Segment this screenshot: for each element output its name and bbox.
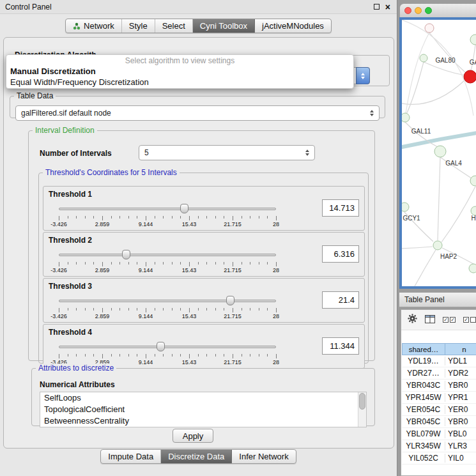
table-data-select[interactable]: galFiltered.sif default node	[15, 105, 380, 121]
table-row[interactable]: YBR043CYBR0	[402, 380, 476, 392]
stepper-icon[interactable]	[367, 110, 379, 116]
scale-label: 28	[273, 221, 279, 227]
network-node[interactable]	[425, 24, 434, 33]
scale-label: 9.144	[139, 267, 153, 273]
slider-thumb[interactable]	[122, 250, 130, 259]
tab-network[interactable]: Network	[66, 19, 122, 33]
tab-select[interactable]: Select	[155, 19, 193, 33]
table-row[interactable]: YLR345WYLR3	[402, 440, 476, 452]
combobox-arrows-icon[interactable]	[356, 67, 370, 84]
bottom-tab-group: Impute DataDiscretize DataInfer Network	[100, 449, 296, 464]
network-edge[interactable]	[415, 250, 436, 286]
cell-name: YDR2	[445, 369, 476, 378]
scale-label: -3.426	[50, 313, 67, 319]
table-panel-titlebar[interactable]: Table Panel	[399, 292, 476, 307]
network-canvas-svg: GAL80GAGAL11GAL4GCY1HHAP2	[402, 20, 476, 286]
threshold-slider[interactable]	[59, 203, 276, 215]
bottom-tab-discretize-data[interactable]: Discretize Data	[161, 450, 232, 463]
scale-label: -3.426	[50, 221, 67, 227]
cell-shared-name: YBL079W	[402, 429, 445, 438]
gear-icon[interactable]	[408, 314, 417, 326]
unselect-all-icon[interactable]: ✓	[463, 317, 476, 323]
network-node[interactable]	[469, 264, 476, 273]
table-panel: ✓ ✓ ✓ shared… n YDL19…YDL1YDR27…YDR2YBR0…	[401, 309, 476, 476]
table-body: YDL19…YDL1YDR27…YDR2YBR043CYBR0YPR145WYP…	[402, 355, 476, 464]
column-header-shared-name[interactable]: shared…	[402, 343, 445, 355]
network-edge[interactable]	[441, 187, 475, 242]
float-window-icon[interactable]	[374, 4, 380, 10]
threshold-list: Threshold 1-3.4262.8599.14415.4321.71528…	[39, 177, 368, 363]
table-row[interactable]: YBR045CYBR0	[402, 416, 476, 428]
network-edge[interactable]	[402, 247, 433, 249]
cell-shared-name: YDR27…	[402, 369, 445, 378]
number-of-intervals-select[interactable]: 5	[139, 145, 315, 160]
tab-style[interactable]: Style	[122, 19, 155, 33]
cyni-bottom-tab-bar: Impute DataDiscretize DataInfer Network	[0, 449, 397, 464]
network-node[interactable]	[470, 35, 476, 45]
table-row[interactable]: YER054CYER0	[402, 404, 476, 416]
network-node[interactable]	[433, 241, 442, 250]
network-window-titlebar[interactable]	[399, 3, 476, 17]
threshold-value-field[interactable]: 21.4	[322, 291, 359, 309]
scale-label: 2.859	[95, 221, 110, 227]
columns-icon[interactable]	[425, 314, 435, 326]
slider-thumb[interactable]	[157, 342, 165, 351]
table-row[interactable]: YPR145WYPR1	[402, 392, 476, 404]
table-data-group: Table Data galFiltered.sif default node	[10, 91, 385, 118]
list-item[interactable]: SelfLoops	[40, 392, 357, 404]
close-icon[interactable]: ×	[385, 3, 390, 12]
tab-label: jActiveMNodules	[262, 21, 324, 31]
close-traffic-light-icon[interactable]	[404, 7, 411, 14]
table-row[interactable]: YBL079WYBL0	[402, 428, 476, 440]
threshold-value-field[interactable]: 6.316	[322, 245, 359, 263]
threshold-slider[interactable]	[59, 249, 276, 261]
network-node[interactable]	[464, 70, 476, 83]
popup-item[interactable]: Manual Discretization	[6, 66, 353, 77]
interval-definition-group: Interval Definition Number of Intervals …	[28, 126, 375, 361]
network-node[interactable]	[402, 203, 409, 211]
slider-thumb[interactable]	[226, 296, 234, 305]
minimize-traffic-light-icon[interactable]	[415, 7, 422, 14]
threshold-label: Threshold 1	[49, 190, 92, 199]
network-node[interactable]	[420, 54, 427, 62]
list-scrollbar[interactable]	[358, 392, 366, 427]
scrollbar-thumb[interactable]	[359, 393, 365, 410]
network-edge[interactable]	[438, 157, 440, 240]
network-node[interactable]	[471, 206, 476, 215]
table-row[interactable]: YDL19…YDL1	[402, 355, 476, 367]
stepper-icon[interactable]	[303, 150, 314, 156]
cell-name: YER0	[445, 405, 476, 414]
tab-cyni-toolbox[interactable]: Cyni Toolbox	[193, 19, 255, 33]
scale-label: 15.43	[182, 313, 197, 319]
table-row[interactable]: YIL052CYIL0	[402, 452, 476, 464]
control-panel-titlebar: Control Panel ×	[0, 0, 397, 14]
threshold-slider[interactable]	[59, 295, 276, 307]
tab-jactivemnodules[interactable]: jActiveMNodules	[255, 19, 331, 33]
node-label: GAL11	[411, 128, 431, 135]
column-header-name[interactable]: n	[445, 343, 476, 355]
thresholds-group: Threshold's Coordinates for 5 Intervals …	[38, 168, 369, 364]
popup-item[interactable]: Equal Width/Frequency Discretization	[6, 77, 353, 88]
network-node[interactable]	[402, 113, 410, 122]
network-edge[interactable]	[471, 45, 475, 72]
cell-shared-name: YLR345W	[402, 441, 445, 450]
network-canvas[interactable]: GAL80GAGAL11GAL4GCY1HHAP2	[399, 17, 476, 289]
apply-button[interactable]: Apply	[173, 429, 213, 443]
scale-label: 9.144	[139, 313, 153, 319]
table-row[interactable]: YDR27…YDR2	[402, 367, 476, 380]
scale-label: 21.715	[224, 267, 242, 273]
network-edge[interactable]	[406, 33, 429, 113]
scale-label: 28	[273, 313, 279, 319]
network-node[interactable]	[470, 176, 476, 186]
network-node[interactable]	[434, 146, 446, 157]
bottom-tab-infer-network[interactable]: Infer Network	[232, 450, 295, 463]
threshold-value-field[interactable]: 14.713	[322, 199, 359, 217]
select-all-icon[interactable]: ✓ ✓	[443, 317, 456, 323]
list-item[interactable]: BetweennessCentrality	[40, 415, 357, 427]
threshold-value-field[interactable]: 11.344	[322, 337, 359, 355]
list-item[interactable]: TopologicalCoefficient	[40, 404, 357, 415]
zoom-traffic-light-icon[interactable]	[425, 7, 432, 14]
slider-thumb[interactable]	[180, 204, 188, 213]
bottom-tab-impute-data[interactable]: Impute Data	[101, 450, 161, 463]
threshold-slider[interactable]	[59, 341, 276, 353]
